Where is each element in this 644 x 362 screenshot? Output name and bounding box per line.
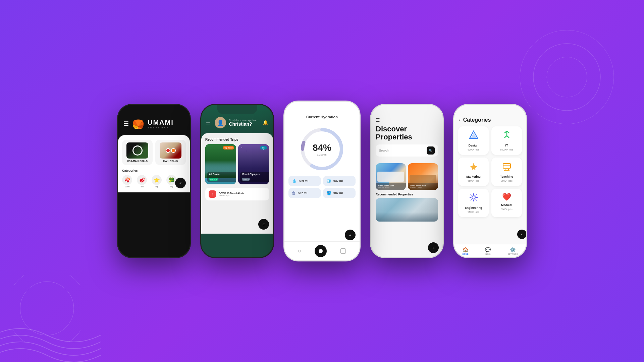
trip-card-algroan[interactable]: Top Rated All Groan Grenada bbox=[205, 144, 236, 184]
back-icon[interactable]: ‹ bbox=[459, 117, 461, 123]
svg-point-23 bbox=[472, 196, 475, 199]
search-input[interactable] bbox=[379, 149, 425, 152]
it-jobs: 85000+ jobs bbox=[500, 148, 513, 151]
alert-title: COVID 19 Travel Alerts bbox=[219, 192, 244, 194]
cat-pork-label: Pork bbox=[140, 186, 144, 188]
nav-inbox-label: INBOX bbox=[485, 253, 491, 255]
settings-icon: ⚙️ bbox=[510, 247, 516, 252]
cat-pork[interactable]: 🥩 Pork bbox=[137, 175, 147, 188]
nav-center-btn[interactable] bbox=[315, 245, 327, 257]
svg-point-3 bbox=[533, 44, 600, 111]
it-name: IT bbox=[505, 144, 508, 147]
travel-nav-arrow[interactable]: « bbox=[258, 219, 269, 230]
nav-drop-icon[interactable] bbox=[298, 250, 301, 252]
stat-2-icon: 🧊 bbox=[326, 179, 331, 183]
svg-line-28 bbox=[471, 194, 472, 195]
cat-sushi-icon: 🍣 bbox=[122, 175, 132, 185]
recommended-trips-title: Recommended Trips bbox=[205, 138, 269, 141]
categories-grid: Design 9000+ jobs bbox=[454, 126, 526, 220]
filter-icon[interactable]: ☰ bbox=[206, 120, 210, 125]
stat-1-value: 589 ml bbox=[299, 179, 308, 183]
trip-location-2: Greece bbox=[242, 178, 250, 181]
property-images: White Smith Villa Marbosa Venue White Sm… bbox=[371, 163, 443, 190]
maki-label: MAKI ROLLS bbox=[163, 160, 178, 162]
screen-travel: ☰ 👤 Ready for a new experience Christian… bbox=[201, 105, 273, 257]
recommended-props-label: Recommended Properties bbox=[371, 193, 443, 196]
inbox-icon: 💬 bbox=[485, 247, 491, 252]
hydration-nav bbox=[284, 241, 360, 260]
phone-properties: ☰ DiscoverProperties 🔍 bbox=[370, 104, 444, 258]
cat-sushi[interactable]: 🍣 Sushi bbox=[122, 175, 132, 188]
cat-card-medical[interactable]: ❤️ Medical 6000+ jobs bbox=[491, 189, 522, 217]
property-card-1[interactable]: White Smith Villa Marbosa Venue bbox=[376, 163, 406, 190]
cat-card-teaching[interactable]: Teaching 8500+ jobs bbox=[491, 158, 522, 186]
screen-hydration: Current Hydration 84% 1,290 ml bbox=[284, 102, 360, 260]
svg-point-4 bbox=[520, 30, 614, 124]
hydration-nav-arrow[interactable]: « bbox=[345, 230, 356, 240]
trip-badge-2: Sale bbox=[260, 146, 267, 149]
medical-jobs: 6000+ jobs bbox=[501, 208, 512, 210]
nav-settings[interactable]: ⚙️ SETTINGS bbox=[507, 247, 518, 255]
categories-title: Categories bbox=[463, 117, 491, 123]
nav-square-btn[interactable] bbox=[340, 248, 346, 254]
nav-home[interactable]: 🏠 HOME bbox=[462, 247, 468, 255]
property-card-2[interactable]: White Smith Villa Marbosa Venue bbox=[408, 163, 438, 190]
user-greeting: Ready for a new experience Christian? bbox=[229, 119, 258, 127]
alert-text: COVID 19 Travel Alerts 2 hours ago bbox=[219, 192, 244, 196]
phone-travel: ☰ 👤 Ready for a new experience Christian… bbox=[200, 104, 274, 258]
design-jobs: 9000+ jobs bbox=[468, 148, 479, 151]
cat-card-it[interactable]: IT 85000+ jobs bbox=[491, 126, 522, 155]
stat-4: 🪣 987 ml bbox=[323, 188, 356, 198]
notch-2 bbox=[217, 105, 257, 114]
search-button[interactable]: 🔍 bbox=[427, 146, 435, 155]
svg-point-1 bbox=[13, 275, 80, 342]
svg-point-5 bbox=[547, 57, 587, 97]
categories-heading: Categories bbox=[122, 169, 186, 172]
categories-bottom-nav: 🏠 HOME 💬 INBOX ⚙️ SETTINGS bbox=[454, 244, 526, 257]
trip-location-1: Grenada bbox=[209, 178, 218, 181]
cat-card-design[interactable]: Design 9000+ jobs bbox=[458, 126, 489, 155]
trip-card-olympus[interactable]: Sale Mount Olympus Greece bbox=[238, 144, 269, 184]
sushi-item-maki[interactable]: MAKI ROLLS bbox=[155, 140, 186, 165]
discover-title: DiscoverProperties bbox=[376, 125, 438, 141]
cat-veg[interactable]: 🥦 Veg bbox=[166, 175, 176, 188]
phone-categories: ‹ Categories Design 9000+ jobs bbox=[453, 104, 527, 258]
stat-4-value: 987 ml bbox=[333, 191, 343, 195]
trip-info-1: All Groan Grenada bbox=[207, 172, 236, 182]
categories-nav-arrow[interactable]: « bbox=[517, 230, 526, 239]
phone-sushi: ☰ UMAMI SUSHI BAR bbox=[117, 104, 191, 258]
svg-point-0 bbox=[20, 282, 74, 335]
notification-icon[interactable]: 🔔 bbox=[263, 120, 268, 125]
prop-2-location: Marbosa Venue bbox=[410, 187, 436, 189]
stat-1-icon: 💧 bbox=[292, 179, 297, 183]
sushi-item-uramaki[interactable]: URA-MAKI ROLLS bbox=[122, 140, 153, 165]
cat-top-icon: ⭐ bbox=[152, 175, 162, 185]
cat-card-marketing[interactable]: Marketing 6500+ jobs bbox=[458, 158, 489, 186]
menu-icon[interactable]: ☰ bbox=[123, 120, 129, 127]
teaching-jobs: 8500+ jobs bbox=[501, 180, 512, 182]
user-avatar: 👤 bbox=[215, 117, 226, 128]
umami-logo bbox=[132, 118, 144, 130]
prop-large-card[interactable] bbox=[376, 198, 438, 222]
sushi-nav-arrow[interactable]: « bbox=[175, 178, 186, 188]
prop-filter-icon[interactable]: ☰ bbox=[376, 117, 380, 123]
travel-user: 👤 Ready for a new experience Christian? bbox=[215, 117, 258, 128]
svg-line-31 bbox=[471, 199, 472, 200]
marketing-jobs: 6500+ jobs bbox=[468, 180, 479, 182]
it-icon bbox=[502, 130, 512, 142]
design-icon bbox=[469, 130, 478, 142]
properties-nav-arrow[interactable]: « bbox=[428, 242, 439, 253]
home-icon: 🏠 bbox=[463, 247, 468, 252]
prop-1-location: Marbosa Venue bbox=[378, 187, 404, 189]
cat-card-engineering[interactable]: Engineering 9500+ jobs bbox=[458, 189, 489, 217]
nav-inbox[interactable]: 💬 INBOX bbox=[485, 247, 491, 255]
cat-top[interactable]: ⭐ Top bbox=[152, 175, 162, 188]
trip-info-2: Mount Olympus Greece bbox=[240, 172, 269, 182]
ring-center: 84% 1,290 ml bbox=[313, 142, 331, 156]
greeting-name: Christian? bbox=[229, 121, 258, 127]
nav-settings-label: SETTINGS bbox=[507, 253, 518, 255]
teaching-icon bbox=[502, 162, 512, 173]
travel-body: Recommended Trips Top Rated All Groan Gr… bbox=[201, 133, 273, 234]
hydration-ml: 1,290 ml bbox=[313, 153, 331, 156]
stat-3: 🗑 537 ml bbox=[288, 188, 321, 198]
